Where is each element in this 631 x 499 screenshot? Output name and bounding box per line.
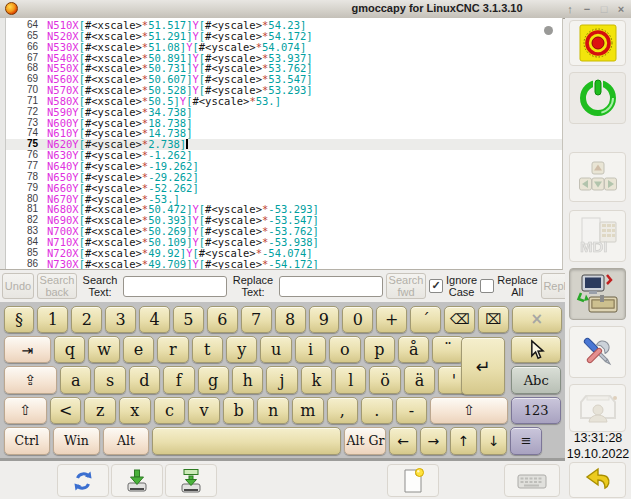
key-å[interactable]: å bbox=[398, 336, 429, 363]
key-q[interactable]: q bbox=[54, 336, 85, 363]
search-text-input[interactable] bbox=[123, 276, 227, 297]
key-w[interactable]: w bbox=[88, 336, 119, 363]
key-t[interactable]: t bbox=[192, 336, 223, 363]
key-4[interactable]: 4 bbox=[139, 306, 170, 333]
key-§[interactable]: § bbox=[4, 306, 35, 333]
key-caps-lock[interactable]: ⇪ bbox=[4, 366, 57, 393]
ignore-case-checkbox[interactable]: ✓ bbox=[429, 279, 443, 293]
key-9[interactable]: 9 bbox=[309, 306, 340, 333]
key--[interactable]: - bbox=[396, 397, 428, 424]
key-a[interactable]: a bbox=[60, 366, 91, 393]
machine-on-button[interactable] bbox=[569, 72, 626, 124]
reload-button[interactable] bbox=[57, 464, 109, 497]
tool-settings-button[interactable] bbox=[569, 384, 626, 432]
key-win[interactable]: Win bbox=[53, 427, 100, 454]
key-k[interactable]: k bbox=[301, 366, 332, 393]
key-n[interactable]: n bbox=[257, 397, 289, 424]
key-d[interactable]: d bbox=[129, 366, 160, 393]
key-ä[interactable]: ä bbox=[404, 366, 435, 393]
key-shift-left[interactable]: ⇧ bbox=[4, 397, 47, 424]
key-ö[interactable]: ö bbox=[369, 366, 400, 393]
line-number: 66 bbox=[6, 42, 47, 53]
key-h[interactable]: h bbox=[232, 366, 263, 393]
key-2[interactable]: 2 bbox=[71, 306, 102, 333]
gcode-editor[interactable]: 64N510X[#<xscale>*51.517]Y[#<yscale>*54.… bbox=[0, 18, 563, 270]
key-alt[interactable]: Alt bbox=[103, 427, 150, 454]
key-i[interactable]: i bbox=[295, 336, 326, 363]
mdi-mode-button[interactable]: MDI bbox=[569, 210, 626, 262]
key-1[interactable]: 1 bbox=[37, 306, 68, 333]
maximize-button[interactable]: □ bbox=[598, 1, 610, 16]
key-u[interactable]: u bbox=[260, 336, 291, 363]
search-fwd-button[interactable]: Search fwd bbox=[386, 273, 426, 299]
key-<[interactable]: < bbox=[50, 397, 82, 424]
bottom-toolbar bbox=[0, 458, 565, 499]
replace-all-checkbox[interactable] bbox=[480, 279, 494, 293]
key-close-keyboard[interactable]: × bbox=[512, 306, 562, 333]
key-,[interactable]: , bbox=[327, 397, 359, 424]
key-v[interactable]: v bbox=[188, 397, 220, 424]
key-b[interactable]: b bbox=[223, 397, 255, 424]
replace-all-label: Replace All bbox=[497, 274, 537, 298]
replace-text-input[interactable] bbox=[279, 276, 383, 297]
key-e[interactable]: e bbox=[123, 336, 154, 363]
key-menu[interactable]: ≡ bbox=[510, 427, 542, 454]
key-.[interactable]: . bbox=[361, 397, 393, 424]
save-as-button[interactable] bbox=[165, 464, 217, 497]
key-s[interactable]: s bbox=[94, 366, 125, 393]
key-x[interactable]: x bbox=[119, 397, 151, 424]
estop-button[interactable] bbox=[569, 20, 626, 66]
key-r[interactable]: r bbox=[157, 336, 188, 363]
key-8[interactable]: 8 bbox=[275, 306, 306, 333]
key-f[interactable]: f bbox=[163, 366, 194, 393]
key-delete[interactable]: ⌧ bbox=[478, 306, 509, 333]
key-arrow-up[interactable]: ↑ bbox=[450, 427, 477, 454]
key-m[interactable]: m bbox=[292, 397, 324, 424]
key-space[interactable] bbox=[152, 427, 341, 454]
key-arrow-left[interactable]: ← bbox=[389, 427, 416, 454]
key-pointer[interactable] bbox=[511, 336, 562, 363]
key-6[interactable]: 6 bbox=[207, 306, 238, 333]
undo-button[interactable]: Undo bbox=[2, 273, 34, 299]
text-cursor bbox=[186, 139, 188, 149]
minimize-button[interactable]: − bbox=[581, 1, 593, 16]
key-0[interactable]: 0 bbox=[342, 306, 373, 333]
key-abc-layer[interactable]: Abc bbox=[511, 366, 562, 393]
key-arrow-down[interactable]: ↓ bbox=[480, 427, 507, 454]
key-arrow-right[interactable]: → bbox=[420, 427, 447, 454]
search-back-button[interactable]: Search back bbox=[37, 273, 77, 299]
key-3[interactable]: 3 bbox=[105, 306, 136, 333]
key-7[interactable]: 7 bbox=[241, 306, 272, 333]
key-p[interactable]: p bbox=[364, 336, 395, 363]
shade-window-button[interactable]: ↑ bbox=[564, 1, 576, 16]
settings-button[interactable] bbox=[569, 326, 626, 378]
key-+[interactable]: + bbox=[376, 306, 407, 333]
key-tab[interactable]: ⇥ bbox=[4, 336, 52, 363]
keyboard-toggle-button[interactable] bbox=[504, 464, 560, 497]
save-button[interactable] bbox=[111, 464, 163, 497]
manual-mode-button[interactable] bbox=[569, 152, 626, 202]
key-g[interactable]: g bbox=[198, 366, 229, 393]
key-l[interactable]: l bbox=[335, 366, 366, 393]
new-file-button[interactable] bbox=[387, 464, 439, 497]
auto-mode-button[interactable] bbox=[569, 268, 626, 320]
key-enter[interactable]: ↵ bbox=[461, 337, 505, 395]
key-c[interactable]: c bbox=[154, 397, 186, 424]
key-¨[interactable]: ¨ bbox=[432, 336, 463, 363]
key-num-layer[interactable]: 123 bbox=[511, 397, 562, 424]
key-altgr[interactable]: Alt Gr bbox=[344, 427, 386, 454]
key-j[interactable]: j bbox=[266, 366, 297, 393]
close-button[interactable]: × bbox=[615, 1, 627, 16]
key-backspace[interactable]: ⌫ bbox=[444, 306, 475, 333]
search-toolbar: Undo Search back Search Text: Replace Te… bbox=[0, 270, 565, 302]
key-ctrl[interactable]: Ctrl bbox=[4, 427, 51, 454]
key-o[interactable]: o bbox=[329, 336, 360, 363]
key-´[interactable]: ´ bbox=[410, 306, 441, 333]
key-z[interactable]: z bbox=[84, 397, 116, 424]
code-line[interactable]: 86N730X[#<xscale>*49.709]Y[#<yscale>*-54… bbox=[6, 259, 562, 270]
back-arrow-icon bbox=[584, 467, 612, 493]
back-button[interactable] bbox=[569, 462, 626, 498]
key-5[interactable]: 5 bbox=[173, 306, 204, 333]
key-y[interactable]: y bbox=[226, 336, 257, 363]
key-shift-right[interactable]: ⇧ bbox=[430, 397, 507, 424]
